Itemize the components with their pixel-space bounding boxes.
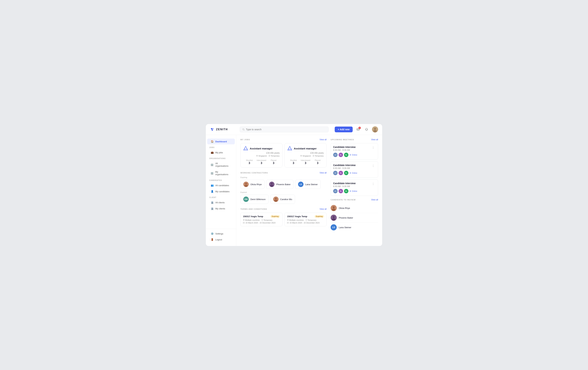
terms-header: TERMS AND CONDITIONS View all	[241, 208, 326, 210]
meeting-card-2-tags: LS KL OL Online	[333, 171, 357, 175]
sidebar-section-organisations: ORGANISATIONS	[206, 155, 236, 160]
term-card-1-type: Temporary	[262, 219, 273, 221]
meeting-menu-button-1[interactable]: ⋮	[371, 146, 376, 150]
term-card-1[interactable]: 150317 Aegis Temp Expiring Multiple coun…	[241, 213, 283, 226]
review-item-phoenix[interactable]: Phoenix Baker	[331, 213, 378, 223]
review-avatar-phoenix	[331, 215, 337, 221]
job-card-1-interviewed: Interviewed 3	[255, 159, 267, 165]
meeting-tag-kl-2: KL	[339, 171, 343, 175]
job-card-2[interactable]: Assistant manager £30-40k yearly Singapo…	[284, 143, 326, 168]
job-card-2-interviewed: Interviewed 3	[299, 159, 312, 165]
meeting-card-1-info: Candidate Interview 8:30 AM - 9:30 AM LS…	[333, 146, 357, 157]
mail-badge: 2	[358, 127, 361, 129]
sidebar-section-jobs: JOBS	[206, 144, 236, 149]
term-card-2-type: Temporary	[305, 219, 316, 221]
svg-marker-9	[244, 146, 248, 150]
svg-point-1	[212, 128, 214, 129]
review-list: Olivia Rhye Phoenix Baker	[331, 203, 378, 232]
home-icon: 🏠	[210, 140, 214, 143]
svg-line-4	[244, 130, 244, 130]
job-card-1-header: Assistant manager	[243, 146, 280, 151]
term-card-2-location: Multiple countries	[287, 219, 304, 221]
location-icon-2	[300, 155, 302, 157]
meeting-tag-online-1: Online	[349, 154, 357, 156]
contractor-phoenix[interactable]: Phoenix Baker	[266, 180, 294, 189]
meetings-view-all[interactable]: View all	[371, 138, 378, 141]
term-card-2[interactable]: 150317 Aegis Temp Expiring Multiple coun…	[284, 213, 326, 226]
zenith-logo-icon	[210, 127, 215, 132]
search-input[interactable]	[246, 128, 326, 131]
job-card-2-type: Temporary	[313, 155, 324, 157]
contractor-phoenix-name: Phoenix Baker	[276, 183, 291, 186]
meeting-menu-button-3[interactable]: ⋮	[371, 182, 376, 186]
terms-section: TERMS AND CONDITIONS View all 150317 Aeg…	[241, 208, 326, 226]
sidebar-item-logout[interactable]: 🚪 Logout	[207, 237, 235, 242]
bank2-icon: 🏛️	[210, 207, 214, 210]
meeting-menu-button-2[interactable]: ⋮	[371, 164, 376, 168]
topbar: ZENITH + Add new 2	[206, 124, 382, 135]
terms-view-all[interactable]: View all	[320, 208, 326, 210]
search-bar[interactable]	[240, 127, 329, 132]
contractor-olivia-name: Olivia Rhye	[251, 183, 262, 186]
sidebar-item-all-candidates[interactable]: 👥 All candidates	[207, 183, 235, 188]
notification-button[interactable]	[364, 126, 370, 133]
svg-point-52	[333, 216, 335, 218]
meeting-card-2[interactable]: Candidate Interview 8:30 AM - 9:30 AM LS…	[331, 161, 378, 178]
sidebar-item-my-jobs[interactable]: 💼 My jobs	[207, 150, 235, 155]
svg-point-23	[244, 185, 248, 187]
logo-text: ZENITH	[216, 128, 228, 131]
expired-contractors-list: DW Demi Wilkinson Candice Wu	[241, 195, 326, 204]
candidates-review-title: CANDIDATE TO REVIEW	[331, 199, 356, 201]
job-card-1[interactable]: Assistant manager £30-40k yearly Singapo…	[241, 143, 283, 168]
term-card-2-title: 150317 Aegis Temp	[287, 215, 307, 218]
expiring-contractors-list: Olivia Rhye Phoenix Baker	[241, 180, 326, 189]
sidebar-section-client: CLIENT	[206, 195, 236, 199]
review-item-lana[interactable]: LS Lana Steiner	[331, 223, 378, 232]
sidebar-label-my-orgs: My organisations	[215, 171, 231, 176]
user-avatar[interactable]	[372, 126, 378, 133]
contractor-demi[interactable]: DW Demi Wilkinson	[241, 195, 269, 204]
sidebar-item-my-organisations[interactable]: 🏢 My organisations	[207, 169, 235, 177]
sidebar-label-dashboard: Dashboard	[215, 140, 227, 143]
my-jobs-view-all[interactable]: View all	[320, 138, 326, 141]
candidates-review-view-all[interactable]: View all	[371, 199, 378, 201]
meeting-card-3-time: 8:30 AM - 9:30 AM	[333, 185, 357, 187]
meeting-card-3[interactable]: Candidate Interview 8:30 AM - 9:30 AM LS…	[331, 179, 378, 196]
logout-icon: 🚪	[210, 238, 214, 241]
svg-point-22	[245, 183, 247, 185]
meeting-card-2-time: 8:30 AM - 9:30 AM	[333, 167, 357, 169]
contractor-lana[interactable]: LS Lana Steiner	[295, 180, 321, 189]
meeting-tag-kl-3: KL	[339, 189, 343, 193]
terms-title: TERMS AND CONDITIONS	[241, 208, 267, 210]
users-icon: 👥	[210, 184, 214, 187]
sidebar-item-all-clients[interactable]: 🏛️ All clients	[207, 200, 235, 205]
sidebar-item-my-candidates[interactable]: 👤 My candidates	[207, 189, 235, 194]
contractor-olivia[interactable]: Olivia Rhye	[241, 180, 264, 189]
sidebar-item-my-clients[interactable]: 🏛️ My clients	[207, 206, 235, 211]
sidebar-item-dashboard[interactable]: 🏠 Dashboard	[207, 139, 235, 144]
loc-icon-t2	[287, 219, 289, 221]
briefcase-icon: 💼	[210, 151, 214, 154]
term-card-1-badge: Expiring	[270, 215, 280, 218]
contractor-candice[interactable]: Candice Wu	[270, 195, 295, 204]
sidebar-footer: ⚙️ Settings 🚪 Logout	[206, 229, 236, 243]
logo: ZENITH	[210, 127, 234, 132]
contractors-view-all[interactable]: View all	[320, 172, 326, 174]
job-card-2-title: Assistant manager	[294, 147, 316, 150]
job-card-2-shortlist: Shortlist 3	[287, 159, 299, 165]
review-item-olivia[interactable]: Olivia Rhye	[331, 203, 378, 213]
avatar-lana: LS	[298, 182, 304, 187]
meeting-card-1[interactable]: Candidate Interview 8:30 AM - 9:30 AM LS…	[331, 143, 378, 160]
meetings-title: UPCOMING MEETINGS	[331, 139, 354, 141]
avatar-phoenix	[269, 182, 274, 187]
sidebar-item-all-organisations[interactable]: 🏢 All organisations	[207, 161, 235, 169]
svg-point-25	[271, 183, 273, 185]
add-new-button[interactable]: + Add new	[335, 127, 353, 132]
building2-icon: 🏢	[210, 172, 213, 175]
mail-button[interactable]: 2	[355, 126, 361, 133]
sidebar-item-settings[interactable]: ⚙️ Settings	[207, 231, 235, 236]
meeting-tag-ol-2: OL	[344, 171, 348, 175]
job-card-2-placed: Placed 3	[312, 159, 324, 165]
working-contractors-header: WORKING CONTRACTORS View all	[241, 172, 326, 174]
term-card-2-meta: Multiple countries Temporary	[287, 219, 324, 221]
